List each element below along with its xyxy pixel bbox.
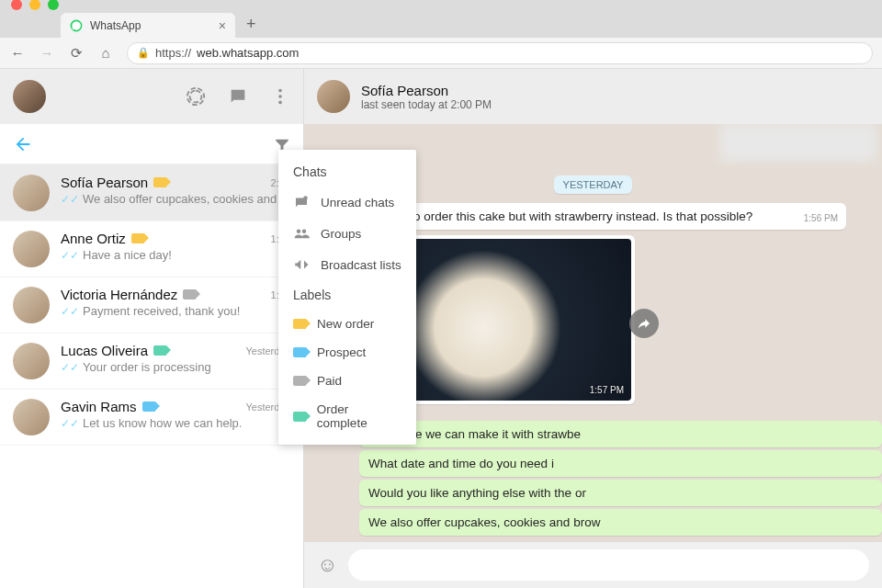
unread-icon: [293, 194, 310, 210]
whatsapp-icon: [70, 19, 83, 32]
message-input[interactable]: [348, 549, 869, 581]
message-time: 1:56 PM: [804, 213, 838, 223]
close-icon[interactable]: ×: [219, 18, 226, 33]
mac-titlebar: [0, 0, 882, 8]
chat-avatar: [13, 399, 50, 435]
read-ticks-icon: ✓✓: [61, 249, 79, 262]
outgoing-message[interactable]: Of course we can make it with strawbe: [359, 421, 882, 447]
browser-tab[interactable]: WhatsApp ×: [61, 13, 235, 38]
chat-item[interactable]: Gavin Rams Yesterday ✓✓Let us know how w…: [0, 390, 303, 446]
sidebar-header: [0, 69, 303, 124]
dropdown-broadcast[interactable]: Broadcast lists: [278, 249, 416, 280]
dropdown-label-item[interactable]: New order: [278, 310, 416, 338]
chat-avatar: [13, 231, 50, 267]
back-icon[interactable]: ←: [9, 45, 26, 61]
chat-item[interactable]: Lucas Oliveira Yesterday ✓✓Your order is…: [0, 334, 303, 390]
tab-title: WhatsApp: [90, 19, 141, 32]
emoji-icon[interactable]: ☺: [317, 553, 337, 577]
conversation-header[interactable]: Sofía Pearson last seen today at 2:00 PM: [304, 69, 882, 124]
dropdown-section-chats: Chats: [278, 157, 416, 187]
label-tag-icon: [131, 233, 144, 243]
chat-name: Gavin Rams: [61, 399, 137, 414]
browser-toolbar: ← → ⟳ ⌂ 🔒 https://web.whatsapp.com: [0, 38, 882, 69]
label-tag-icon: [153, 345, 166, 356]
outgoing-message[interactable]: What date and time do you need i: [359, 450, 882, 477]
message-text: o order this cake but with strawberry in…: [413, 209, 752, 223]
menu-icon[interactable]: [270, 86, 290, 107]
broadcast-icon: [293, 256, 310, 273]
incoming-message[interactable]: o order this cake but with strawberry in…: [405, 203, 846, 230]
groups-icon: [293, 225, 310, 242]
message-time: 1:57 PM: [590, 385, 624, 395]
chat-item[interactable]: Sofía Pearson 2:00 ✓✓We also offer cupca…: [0, 164, 303, 221]
svg-point-6: [302, 230, 307, 234]
label-color-icon: [293, 376, 306, 386]
traffic-min[interactable]: [29, 0, 40, 10]
chat-preview: Let us know how we can help.: [83, 416, 242, 430]
redacted-area: [720, 124, 876, 161]
read-ticks-icon: ✓✓: [61, 305, 79, 318]
address-bar[interactable]: 🔒 https://web.whatsapp.com: [127, 42, 873, 64]
browser-tabbar: WhatsApp × +: [0, 8, 882, 38]
chat-name: Victoria Hernández: [61, 287, 177, 302]
label-color-icon: [293, 412, 306, 422]
svg-point-5: [297, 230, 301, 234]
svg-point-3: [278, 101, 282, 105]
url-prefix: https://: [155, 46, 191, 60]
svg-point-2: [278, 95, 282, 98]
chat-preview: We also offer cupcakes, cookies and brow…: [83, 192, 290, 206]
dropdown-label-item[interactable]: Prospect: [278, 338, 416, 367]
chat-avatar: [13, 343, 50, 379]
back-arrow-icon[interactable]: [13, 134, 33, 154]
forward-icon[interactable]: →: [39, 45, 55, 61]
url-host: web.whatsapp.com: [197, 46, 299, 60]
read-ticks-icon: ✓✓: [61, 193, 79, 206]
dropdown-section-labels: Labels: [278, 280, 416, 310]
chat-avatar: [13, 175, 50, 211]
dropdown-groups[interactable]: Groups: [278, 218, 416, 249]
traffic-max[interactable]: [48, 0, 59, 10]
svg-point-1: [278, 89, 282, 93]
dropdown-label-item[interactable]: Order complete: [278, 395, 416, 437]
traffic-close[interactable]: [11, 0, 22, 10]
chat-item[interactable]: Victoria Hernández 1:10 ✓✓Payment receiv…: [0, 277, 303, 334]
dropdown-label-item[interactable]: Paid: [278, 367, 416, 395]
reload-icon[interactable]: ⟳: [68, 45, 85, 62]
date-separator: YESTERDAY: [554, 175, 633, 194]
contact-name: Sofía Pearson: [361, 83, 492, 98]
composer: ☺: [304, 542, 882, 588]
svg-point-4: [303, 196, 308, 200]
filter-dropdown: Chats Unread chats Groups Broadcast list…: [278, 150, 416, 445]
label-color-icon: [293, 347, 306, 357]
sidebar-search: [0, 124, 303, 164]
chat-item[interactable]: Anne Ortiz 1:57 ✓✓Have a nice day!: [0, 221, 303, 277]
dropdown-unread-chats[interactable]: Unread chats: [278, 187, 416, 218]
new-chat-icon[interactable]: [228, 86, 248, 107]
chat-preview: Have a nice day!: [83, 248, 172, 262]
forward-button[interactable]: [629, 309, 659, 338]
label-tag-icon: [142, 401, 155, 412]
chat-name: Anne Ortiz: [61, 231, 126, 246]
chat-preview: Your order is processing: [83, 360, 211, 374]
chat-list: Sofía Pearson 2:00 ✓✓We also offer cupca…: [0, 164, 303, 588]
chat-preview: Payment received, thank you!: [83, 304, 240, 318]
read-ticks-icon: ✓✓: [61, 417, 79, 430]
label-color-icon: [293, 319, 306, 329]
new-tab-button[interactable]: +: [235, 15, 267, 38]
outgoing-message[interactable]: Would you like anything else with the or: [359, 480, 882, 506]
contact-avatar[interactable]: [317, 80, 350, 113]
whatsapp-app: Sofía Pearson 2:00 ✓✓We also offer cupca…: [0, 69, 882, 588]
outgoing-message[interactable]: We also offer cupcakes, cookies and brow: [359, 509, 882, 536]
sidebar: Sofía Pearson 2:00 ✓✓We also offer cupca…: [0, 69, 304, 588]
chat-avatar: [13, 287, 50, 323]
contact-status: last seen today at 2:00 PM: [361, 98, 492, 111]
chat-name: Sofía Pearson: [61, 175, 148, 190]
home-icon[interactable]: ⌂: [97, 45, 114, 61]
label-tag-icon: [153, 177, 166, 187]
read-ticks-icon: ✓✓: [61, 361, 79, 374]
own-avatar[interactable]: [13, 80, 46, 113]
chat-name: Lucas Oliveira: [61, 343, 148, 358]
label-tag-icon: [183, 289, 196, 300]
lock-icon: 🔒: [137, 47, 150, 59]
status-icon[interactable]: [186, 86, 206, 107]
